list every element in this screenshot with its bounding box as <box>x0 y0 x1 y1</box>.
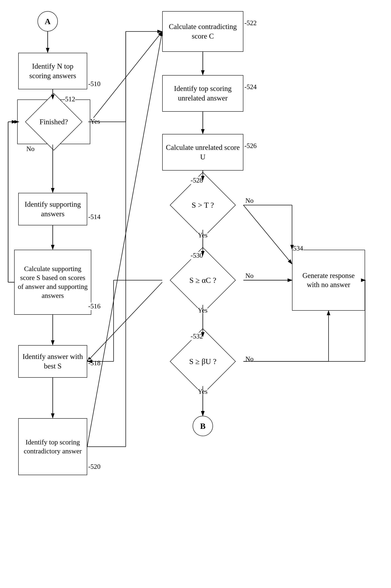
box-514-label: Identify supporting answers <box>21 200 84 219</box>
box-510-label: Identify N top scoring answers <box>21 62 84 81</box>
no-532: No <box>245 355 254 363</box>
box-520: Identify top scoring contradictory answe… <box>18 418 87 475</box>
diamond-512: Finished? <box>19 100 88 144</box>
ref-510: -510 <box>88 80 100 88</box>
ref-520: -520 <box>88 463 100 470</box>
box-524: Identify top scoring unrelated answer <box>162 75 243 112</box>
ref-526: -526 <box>244 142 257 150</box>
ref-516: -516 <box>88 302 100 310</box>
box-524-label: Identify top scoring unrelated answer <box>166 84 240 103</box>
box-516-label: Calculate supporting score S based on sc… <box>17 264 88 300</box>
yes-512: Yes <box>90 118 100 125</box>
circle-a-label: A <box>45 17 51 26</box>
box-516: Calculate supporting score S based on sc… <box>14 250 91 315</box>
box-518: Identify answer with best S <box>18 345 87 378</box>
flowchart-diagram: A Identify N top scoring answers -510 Fi… <box>0 0 391 588</box>
box-510: Identify N top scoring answers <box>18 53 87 89</box>
svg-line-22 <box>87 282 162 361</box>
box-518-label: Identify answer with best S <box>21 352 84 371</box>
yes-528: Yes <box>198 231 207 239</box>
diamond-532: S ≥ βU ? <box>162 337 243 386</box>
ref-522: -522 <box>244 19 257 27</box>
circle-a: A <box>37 11 58 31</box>
box-526-label: Calculate unrelated score U <box>166 143 240 162</box>
box-520-label: Identify top scoring contradictory answe… <box>21 438 84 456</box>
diamond-528: S > T ? <box>162 181 243 229</box>
box-534-label: Generate response with no answer <box>295 271 362 290</box>
ref-530: -530 <box>191 252 203 259</box>
box-526: Calculate unrelated score U <box>162 134 243 170</box>
box-522: Calculate contradicting score C <box>162 11 243 52</box>
ref-524: -524 <box>244 83 257 91</box>
no-512: No <box>26 145 34 153</box>
ref-528: -528 <box>191 177 203 184</box>
ref-514: -514 <box>88 213 100 221</box>
svg-line-13 <box>243 205 292 264</box>
ref-512: -512 <box>63 95 75 103</box>
ref-532: -532 <box>191 333 203 340</box>
no-528: No <box>245 197 254 204</box>
yes-530: Yes <box>198 306 207 314</box>
box-514: Identify supporting answers <box>18 193 87 225</box>
circle-b-label: B <box>200 421 206 431</box>
svg-line-8 <box>87 31 162 447</box>
circle-b: B <box>193 416 213 436</box>
box-534: Generate response with no answer <box>292 250 365 311</box>
ref-518: -518 <box>88 359 100 367</box>
no-530: No <box>245 272 254 280</box>
diamond-530: S ≥ αC ? <box>162 256 243 304</box>
ref-534: 534 <box>293 245 303 252</box>
box-522-label: Calculate contradicting score C <box>166 22 240 41</box>
svg-line-3 <box>90 31 162 122</box>
yes-532: Yes <box>198 388 207 395</box>
